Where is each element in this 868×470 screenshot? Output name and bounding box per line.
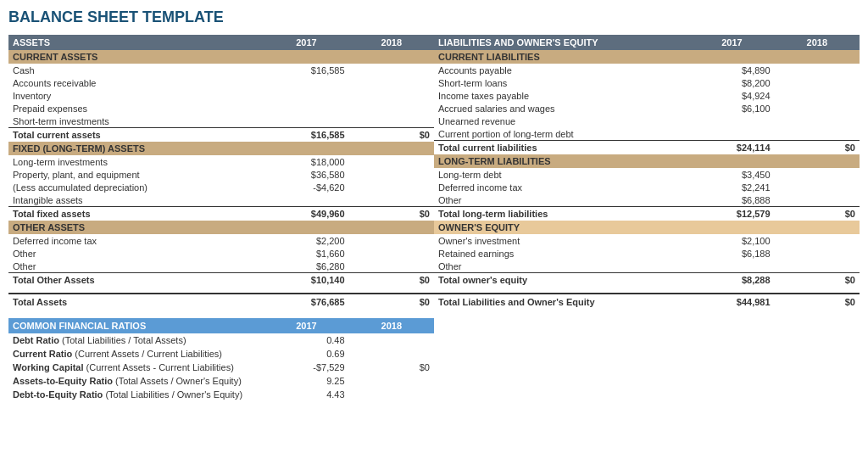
main-grid: ASSETS 2017 2018 CURRENT ASSETS Cash $16… — [8, 35, 860, 310]
ratios-col2017: 2017 — [264, 318, 348, 333]
unearned-revenue-row: Unearned revenue — [434, 115, 860, 127]
assets-equity-ratio-row: Assets-to-Equity Ratio (Total Assets / O… — [8, 374, 434, 388]
page-title: BALANCE SHEET TEMPLATE — [8, 8, 860, 26]
ratios-col2018: 2018 — [349, 318, 434, 333]
debt-ratio-row: Debt Ratio (Total Liabilities / Total As… — [8, 333, 434, 347]
total-current-assets-row: Total current assets $16,585 $0 — [8, 128, 434, 143]
long-term-debt-row: Long-term debt $3,450 — [434, 168, 860, 181]
total-fixed-assets-row: Total fixed assets $49,960 $0 — [8, 207, 434, 221]
total-owners-equity-row: Total owner's equity $8,288 $0 — [434, 273, 860, 288]
assets-inventory-row: Inventory — [8, 89, 434, 102]
accounts-payable-row: Accounts payable $4,890 — [434, 64, 860, 76]
assets-prepaid-row: Prepaid expenses — [8, 102, 434, 115]
liabilities-col2017: 2017 — [689, 35, 774, 50]
assets-short-term-row: Short-term investments — [8, 115, 434, 128]
working-capital-row: Working Capital (Current Assets - Curren… — [8, 361, 434, 374]
assets-section: ASSETS 2017 2018 CURRENT ASSETS Cash $16… — [8, 35, 434, 310]
assets-cash-row: Cash $16,585 — [8, 64, 434, 76]
assets-header-label: ASSETS — [8, 35, 264, 50]
other-asset-1-row: Other $1,660 — [8, 247, 434, 260]
fixed-assets-header: FIXED (LONG-TERM) ASSETS — [8, 142, 434, 155]
liabilities-section: LIABILITIES AND OWNER'S EQUITY 2017 2018… — [434, 35, 860, 310]
total-current-liabilities-row: Total current liabilities $24,114 $0 — [434, 141, 860, 155]
total-assets-row: Total Assets $76,685 $0 — [8, 294, 434, 310]
current-portion-ltd-row: Current portion of long-term debt — [434, 127, 860, 141]
current-ratio-row: Current Ratio (Current Assets / Current … — [8, 347, 434, 361]
accum-deprec-row: (Less accumulated depreciation) -$4,620 — [8, 181, 434, 193]
liabilities-header-row: LIABILITIES AND OWNER'S EQUITY 2017 2018 — [434, 35, 860, 50]
assets-col2018: 2018 — [349, 35, 434, 50]
debt-equity-ratio-row: Debt-to-Equity Ratio (Total Liabilities … — [8, 388, 434, 401]
deferred-tax-row: Deferred income tax $2,200 — [8, 234, 434, 247]
current-liabilities-header: CURRENT LIABILITIES — [434, 50, 860, 64]
intangible-row: Intangible assets — [8, 193, 434, 207]
income-taxes-payable-row: Income taxes payable $4,924 — [434, 89, 860, 102]
owners-investment-row: Owner's investment $2,100 — [434, 234, 860, 247]
long-term-invest-row: Long-term investments $18,000 — [8, 155, 434, 168]
assets-col2017: 2017 — [264, 35, 348, 50]
long-term-liabilities-header: LONG-TERM LIABILITIES — [434, 154, 860, 168]
assets-header-row: ASSETS 2017 2018 — [8, 35, 434, 50]
deferred-income-tax-row: Deferred income tax $2,241 — [434, 181, 860, 193]
total-liabilities-equity-row: Total Liabilities and Owner's Equity $44… — [434, 294, 860, 310]
ratios-header-row: COMMON FINANCIAL RATIOS 2017 2018 — [8, 318, 434, 333]
ratios-section: COMMON FINANCIAL RATIOS 2017 2018 Debt R… — [8, 318, 860, 401]
ppe-row: Property, plant, and equipment $36,580 — [8, 168, 434, 181]
total-long-term-liabilities-row: Total long-term liabilities $12,579 $0 — [434, 207, 860, 221]
liabilities-header-label: LIABILITIES AND OWNER'S EQUITY — [434, 35, 689, 50]
total-other-assets-row: Total Other Assets $10,140 $0 — [8, 273, 434, 288]
owners-equity-header: OWNER'S EQUITY — [434, 221, 860, 234]
accrued-salaries-row: Accrued salaries and wages $6,100 — [434, 102, 860, 115]
ratios-header-label: COMMON FINANCIAL RATIOS — [8, 318, 264, 333]
other-asset-2-row: Other $6,280 — [8, 260, 434, 273]
current-assets-header: CURRENT ASSETS — [8, 50, 434, 64]
other-assets-header: OTHER ASSETS — [8, 221, 434, 234]
short-term-loans-row: Short-term loans $8,200 — [434, 76, 860, 89]
other-equity-row: Other — [434, 260, 860, 273]
other-liab-row: Other $6,888 — [434, 193, 860, 207]
assets-ar-row: Accounts receivable — [8, 76, 434, 89]
liabilities-col2018: 2018 — [775, 35, 860, 50]
retained-earnings-row: Retained earnings $6,188 — [434, 247, 860, 260]
